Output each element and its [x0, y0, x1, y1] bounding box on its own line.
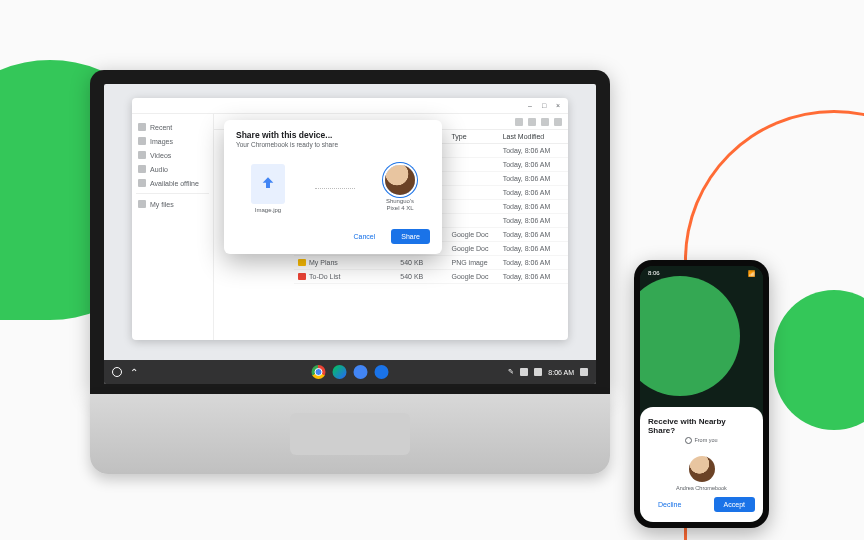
- offline-icon: [138, 179, 146, 187]
- accept-button[interactable]: Accept: [714, 497, 755, 512]
- maximize-icon[interactable]: □: [540, 102, 548, 110]
- more-icon[interactable]: [554, 118, 562, 126]
- image-icon: [138, 137, 146, 145]
- video-icon: [138, 151, 146, 159]
- signal-icons: 📶: [748, 270, 755, 277]
- col-mod[interactable]: Last Modified: [503, 133, 564, 140]
- file-icon: [298, 259, 306, 266]
- cancel-button[interactable]: Cancel: [344, 229, 386, 244]
- chevron-up-icon[interactable]: ⌃: [130, 367, 138, 378]
- file-icon: [298, 273, 306, 280]
- sidebar-item-videos[interactable]: Videos: [136, 148, 209, 162]
- sheet-title: Receive with Nearby Share?: [648, 417, 755, 435]
- taskbar: ⌃ ✎ 8:06 AM: [104, 360, 596, 384]
- play-store-icon[interactable]: [333, 365, 347, 379]
- dialog-title: Share with this device...: [236, 130, 430, 140]
- chrome-icon[interactable]: [312, 365, 326, 379]
- table-row[interactable]: To-Do List540 KBGoogle DocToday, 8:06 AM: [294, 270, 568, 284]
- sheet-subtitle: From you: [685, 437, 717, 444]
- share-file: Image.jpg: [251, 164, 285, 213]
- col-type[interactable]: Type: [451, 133, 502, 140]
- sidebar-item-offline[interactable]: Available offline: [136, 176, 209, 190]
- view-icon[interactable]: [528, 118, 536, 126]
- sidebar-item-images[interactable]: Images: [136, 134, 209, 148]
- launcher-icon[interactable]: [112, 367, 122, 377]
- clock[interactable]: 8:06 AM: [548, 369, 574, 376]
- folder-icon: [138, 200, 146, 208]
- search-icon[interactable]: [515, 118, 523, 126]
- window-titlebar: – □ ×: [132, 98, 568, 114]
- files-sidebar: Recent Images Videos Audio Available off…: [132, 114, 214, 340]
- dialog-subtitle: Your Chromebook is ready to share: [236, 141, 430, 148]
- battery-icon[interactable]: [534, 368, 542, 376]
- phone-status-bar: 8:06 📶: [640, 266, 763, 280]
- sidebar-item-myfiles[interactable]: My files: [136, 197, 209, 211]
- share-button[interactable]: Share: [391, 229, 430, 244]
- clock-icon: [138, 123, 146, 131]
- nearby-share-sheet: Receive with Nearby Share? From you Andr…: [640, 407, 763, 522]
- avatar: [385, 165, 415, 195]
- table-row[interactable]: My Plans540 KBPNG imageToday, 8:06 AM: [294, 256, 568, 270]
- share-recipient[interactable]: Shunguo'sPixel 4 XL: [385, 165, 415, 212]
- cast-icon[interactable]: [580, 368, 588, 376]
- nearby-share-icon: [260, 176, 276, 192]
- sender-name: Andrea Chromebook: [676, 485, 727, 491]
- pixel-phone: 8:06 📶 Receive with Nearby Share? From y…: [634, 260, 769, 528]
- sidebar-item-recent[interactable]: Recent: [136, 120, 209, 134]
- sort-icon[interactable]: [541, 118, 549, 126]
- avatar: [689, 456, 715, 482]
- pen-icon[interactable]: ✎: [508, 368, 514, 376]
- audio-icon: [138, 165, 146, 173]
- minimize-icon[interactable]: –: [526, 102, 534, 110]
- share-dialog: Share with this device... Your Chromeboo…: [224, 120, 442, 254]
- chromebook-laptop: – □ × Recent Images Videos Audio Availab…: [90, 70, 610, 474]
- files-app-icon[interactable]: [375, 365, 389, 379]
- keyboard: [90, 394, 610, 474]
- app-icon[interactable]: [354, 365, 368, 379]
- decline-button[interactable]: Decline: [648, 497, 691, 512]
- close-icon[interactable]: ×: [554, 102, 562, 110]
- wifi-icon[interactable]: [520, 368, 528, 376]
- sidebar-item-audio[interactable]: Audio: [136, 162, 209, 176]
